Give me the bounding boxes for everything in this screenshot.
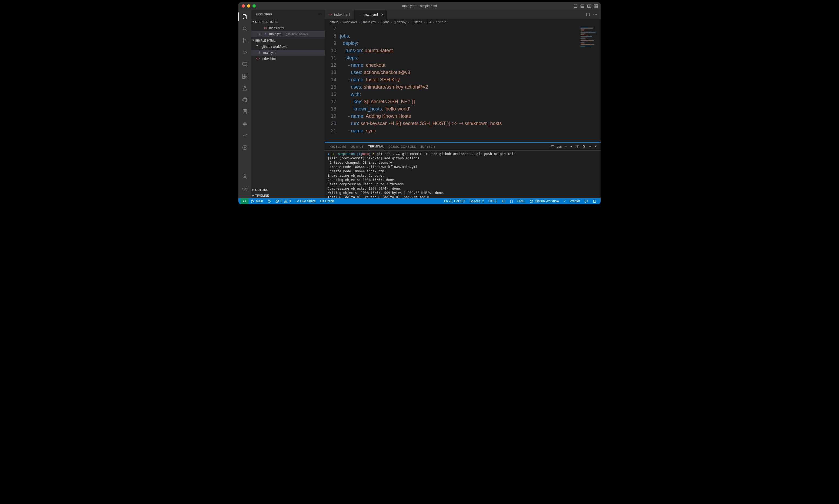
panel-tab-output[interactable]: OUTPUT [351,143,364,150]
file-type-icon: <> [328,13,332,17]
activity-github[interactable] [239,94,251,105]
svg-point-10 [243,27,246,30]
window-minimize-button[interactable] [247,4,250,7]
section-label: OPEN EDITORS [255,20,278,23]
breadcrumb-item[interactable]: .github [329,20,338,24]
section-project[interactable]: ▸ SIMPLE-HTML [251,38,325,43]
svg-rect-7 [596,4,598,6]
svg-point-32 [251,200,252,201]
status-cursor-pos[interactable]: Ln 26, Col 157 [442,198,467,204]
file-type-icon: ! [358,13,362,17]
terminal-profile-icon[interactable] [550,145,554,148]
open-editor-item[interactable]: <>index.html [251,25,325,31]
code-editor[interactable]: 789101112131415161718192021 jobs: deploy… [325,25,579,142]
layout-customize-icon[interactable] [594,4,598,8]
panel-tab-terminal[interactable]: TERMINAL [368,143,384,150]
window-zoom-button[interactable] [252,4,256,7]
sidebar-more-icon[interactable]: ⋯ [318,13,320,16]
status-encoding[interactable]: UTF-8 [486,198,500,204]
sidebar-title: EXPLORER [256,13,273,16]
panel-tab-debug[interactable]: DEBUG CONSOLE [388,143,416,150]
svg-marker-15 [244,51,246,54]
kill-terminal-icon[interactable] [582,145,586,148]
status-github-actions[interactable]: GitHub Workflow [527,198,561,204]
activity-share[interactable] [239,130,251,141]
activity-run-debug[interactable] [239,47,251,58]
activity-docker[interactable] [239,118,251,129]
open-editor-item[interactable]: ×!main.yml.github/workflows [251,31,325,37]
status-bell-icon[interactable] [590,198,598,204]
status-language[interactable]: { } YAML [508,198,528,204]
svg-rect-22 [243,110,247,114]
symbol-icon: abc [436,20,441,24]
status-eol[interactable]: LF [500,198,508,204]
file-type-icon: ! [263,32,267,36]
new-terminal-icon[interactable]: ＋ [564,144,567,148]
close-icon[interactable]: × [257,32,262,36]
breadcrumb-item[interactable]: {} jobs [380,20,389,24]
breadcrumb[interactable]: .github›workflows›! main.yml›{} jobs›{} … [325,19,600,25]
section-open-editors[interactable]: ▸ OPEN EDITORS [251,19,325,24]
status-branch[interactable]: main [249,198,265,204]
file-label: main.yml [263,51,276,55]
layout-sidebar-left-icon[interactable] [574,4,578,8]
status-problems[interactable]: 0 0 [273,198,293,204]
terminal-dropdown-icon[interactable] [570,145,573,148]
activity-accounts[interactable] [239,171,251,182]
remote-button[interactable] [241,198,249,204]
activity-search[interactable] [239,23,251,34]
breadcrumb-item[interactable]: ! main.yml [361,20,376,24]
breadcrumb-item[interactable]: abc run [436,20,447,24]
chevron-right-icon: › [433,20,434,24]
status-sync[interactable] [265,198,273,204]
tab-more-icon[interactable]: ⋯ [593,12,597,17]
breadcrumb-item[interactable]: {} deploy [394,20,406,24]
section-label: OUTLINE [255,188,268,192]
activity-settings[interactable] [239,183,251,194]
section-label: SIMPLE-HTML [255,39,276,42]
chevron-right-icon: › [378,20,379,24]
status-prettier[interactable]: ✓ Prettier [561,198,582,204]
terminal[interactable]: ● ➜ simple-html git:(main) ✗ git add . &… [325,151,600,198]
activity-extensions[interactable] [239,71,251,82]
breadcrumb-item[interactable]: workflows [343,20,357,24]
vscode-window: main.yml — simple-html [239,2,600,204]
status-live-share[interactable]: Live Share [293,198,318,204]
split-terminal-icon[interactable] [575,145,579,148]
panel-tab-problems[interactable]: PROBLEMS [329,143,346,150]
close-icon[interactable]: × [381,13,383,17]
panel-tab-jupyter[interactable]: JUPYTER [420,143,435,150]
status-indent[interactable]: Spaces: 2 [467,198,486,204]
status-feedback-icon[interactable] [582,198,590,204]
layout-panel-icon[interactable] [580,4,584,8]
file-item[interactable]: !main.yml [251,50,325,56]
editor-tab[interactable]: !main.yml× [355,10,387,19]
section-outline[interactable]: ▸ OUTLINE [251,187,325,193]
file-item[interactable]: <>index.html [251,56,325,61]
chevron-right-icon: › [424,20,425,24]
activity-live-preview[interactable] [239,142,251,153]
minimap[interactable] [579,25,600,142]
file-label: index.html [269,26,284,30]
window-close-button[interactable] [242,4,245,7]
terminal-profile-label[interactable]: zsh [557,145,562,148]
editor-tab[interactable]: <>index.html [325,10,355,19]
breadcrumb-item[interactable]: {} 4 [426,20,431,24]
panel-maximize-icon[interactable] [589,145,592,148]
activity-source-control[interactable] [239,35,251,46]
file-label: index.html [262,57,277,60]
status-git-graph[interactable]: Git Graph [318,198,336,204]
activity-testing[interactable] [239,83,251,93]
activity-explorer[interactable] [239,11,251,22]
status-errors: 0 [281,199,282,203]
split-editor-icon[interactable] [586,13,590,17]
file-type-icon: <> [263,26,267,30]
activity-bookmark[interactable] [239,106,251,117]
panel-close-icon[interactable]: ✕ [594,145,597,148]
chevron-down-icon: ▸ [256,45,259,48]
folder-item[interactable]: ▸.github / workflows [251,44,325,50]
breadcrumb-item[interactable]: [ ] steps [411,20,422,24]
layout-sidebar-right-icon[interactable] [587,4,591,8]
section-timeline[interactable]: ▸ TIMELINE [251,193,325,198]
activity-remote-explorer[interactable] [239,59,251,70]
